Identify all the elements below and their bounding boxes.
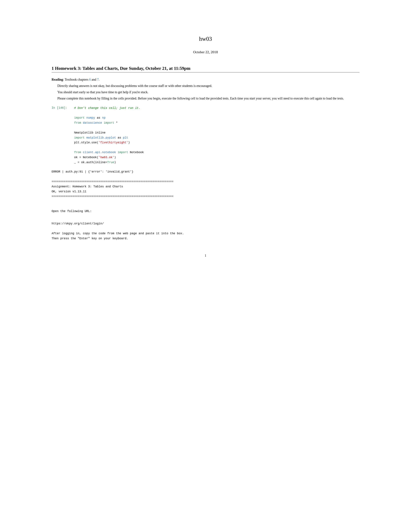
code-import-kw2: import	[104, 121, 114, 124]
code-ok-close: )	[114, 156, 116, 159]
code-client-mod: client.api.notebook	[83, 151, 116, 154]
code-auth-close: )	[114, 161, 116, 164]
output-block: ERROR | auth.py:91 | {'error': 'invalid_…	[52, 169, 359, 241]
code-import-numpy-kw: import	[74, 116, 85, 119]
code-datascience-mod: datascience	[83, 121, 102, 124]
code-notebook-class: Notebook	[130, 151, 144, 154]
code-import-numpy-mod: numpy	[86, 116, 95, 119]
output-url: https://okpy.org/client/login/	[52, 221, 359, 226]
code-comment: # Don't change this cell; just run it.	[74, 106, 140, 110]
code-block[interactable]: # Don't change this cell; just run it. i…	[74, 105, 359, 165]
code-cell-146[interactable]: In [146]: # Don't change this cell; just…	[52, 105, 359, 165]
reading-link-6[interactable]: 6	[89, 78, 91, 81]
reading-link-7[interactable]: 7	[97, 78, 99, 81]
code-auth-assign: _ = ok.auth(inline=	[74, 161, 107, 164]
code-plt-style-close: )	[128, 141, 130, 144]
paragraph-complete: Please complete this notebook by filling…	[52, 96, 359, 101]
paragraph-early: You should start early so that you have …	[52, 89, 359, 95]
output-assignment-line: Assignment: Homework 3: Tables and Chart…	[52, 184, 359, 189]
code-from-kw: from	[74, 121, 81, 124]
code-import-notebook-kw: import	[118, 151, 128, 154]
output-after-login: After logging in, copy the code from the…	[52, 231, 359, 236]
output-then-press: Then press the "Enter" key on your keybo…	[52, 236, 359, 241]
code-plt-alias: plt	[123, 136, 128, 139]
reading-line: Reading: Textbook chapters 6 and 7.	[52, 77, 359, 82]
code-ok-assign: ok = Notebook(	[74, 156, 98, 159]
code-plt-style: plt.style.use(	[74, 141, 98, 144]
code-true-val: True	[107, 161, 114, 164]
code-matplotlib-mod: matplotlib.pyplot	[86, 136, 116, 139]
code-import-mpl-kw: import	[74, 136, 85, 139]
paragraph-sharing: Directly sharing answers is not okay, bu…	[52, 83, 359, 88]
output-ok-version: OK, version v1.13.11	[52, 189, 359, 194]
reading-label: Reading	[52, 78, 63, 81]
section-number: 1	[52, 66, 54, 71]
code-ok-string: 'hw03.ok'	[98, 156, 114, 159]
output-open-url-label: Open the following URL:	[52, 209, 359, 214]
section-1-heading: 1 Homework 3: Tables and Charts, Due Sun…	[52, 66, 359, 72]
code-import-numpy-as: as	[97, 116, 100, 119]
output-separator-2: ========================================…	[52, 194, 359, 199]
page-title: hw03	[52, 36, 359, 42]
reading-period: .	[99, 78, 99, 81]
code-from-client-kw: from	[74, 151, 81, 154]
code-star: *	[116, 121, 118, 124]
code-style-string: 'fivethirtyeight'	[98, 141, 128, 144]
code-cell-prompt-area: In [146]: # Don't change this cell; just…	[52, 105, 359, 165]
code-matplotlib-magic: %matplotlib inline	[74, 131, 105, 134]
code-import-numpy-alias: np	[102, 116, 106, 119]
reading-and: and	[91, 78, 97, 81]
in-prompt: In [146]:	[52, 105, 74, 110]
output-error-line: ERROR | auth.py:91 | {'error': 'invalid_…	[52, 169, 359, 174]
code-mpl-as: as	[118, 136, 121, 139]
output-separator-1: ========================================…	[52, 179, 359, 184]
page-date: October 22, 2018	[52, 50, 359, 54]
reading-colon: : Textbook chapters	[63, 78, 89, 81]
page-number: 1	[52, 254, 359, 257]
section-title: Homework 3: Tables and Charts, Due Sunda…	[55, 66, 190, 71]
